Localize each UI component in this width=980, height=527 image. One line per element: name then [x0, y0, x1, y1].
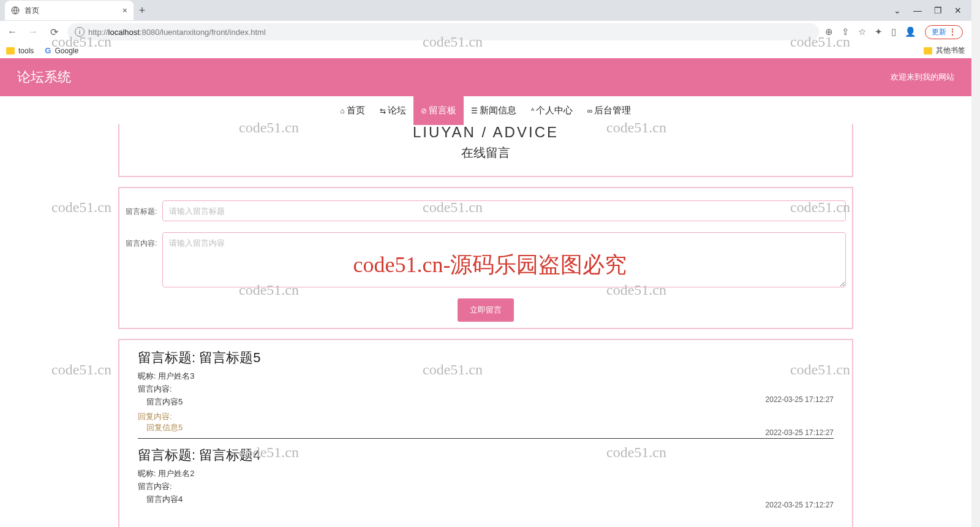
app-header: 论坛系统 欢迎来到我的网站 [0, 58, 971, 96]
back-icon[interactable]: ← [5, 25, 20, 39]
minimize-icon[interactable]: — [913, 6, 922, 15]
star-icon[interactable]: ☆ [858, 26, 866, 37]
tab-bar: 首页 × + ⌄ — ❐ ✕ [0, 0, 971, 21]
user-icon: ᴬ [531, 107, 534, 115]
update-button[interactable]: 更新⋮ [925, 25, 963, 39]
browser-chrome: 首页 × + ⌄ — ❐ ✕ ← → ⟳ i http://localhost:… [0, 0, 971, 58]
message-form-panel: 留言标题: 留言内容: 立即留言 [118, 187, 853, 329]
forum-icon: ⇆ [380, 107, 386, 115]
bookmark-google[interactable]: GGoogle [45, 46, 78, 55]
message-item: 留言标题: 留言标题5 昵称: 用户姓名3 留言内容: 留言内容5 回复内容: … [138, 349, 834, 439]
message-content-label: 留言内容: [138, 384, 834, 395]
message-nick: 昵称: 用户姓名2 [138, 468, 834, 479]
reply-value: 回复信息5 [138, 422, 834, 433]
bookmark-other[interactable]: 其他书签 [924, 45, 965, 56]
message-time: 2022-03-25 17:12:27 [766, 395, 834, 404]
globe-icon [11, 6, 20, 15]
close-window-icon[interactable]: ✕ [954, 6, 962, 15]
nav-message-board[interactable]: ⊘留言板 [413, 96, 464, 125]
section-header-panel: LIUYAN / ADVICE 在线留言 [118, 124, 853, 177]
message-time: 2022-03-25 17:12:27 [766, 501, 834, 509]
nav-bar: ⌂首页 ⇆论坛 ⊘留言板 ☰新闻信息 ᴬ个人中心 ∞后台管理 [0, 96, 971, 125]
profile-icon[interactable]: 👤 [905, 26, 916, 37]
close-icon[interactable]: × [123, 6, 127, 15]
bookmark-tools[interactable]: tools [6, 47, 34, 55]
share-icon[interactable]: ⇪ [842, 26, 850, 37]
folder-icon [6, 47, 15, 55]
folder-icon [924, 47, 932, 55]
new-tab-button[interactable]: + [134, 2, 151, 19]
message-item: 留言标题: 留言标题4 昵称: 用户姓名2 留言内容: 留言内容4 2022-0… [138, 446, 834, 512]
bookmark-bar: tools GGoogle 其他书签 [0, 43, 971, 58]
welcome-text: 欢迎来到我的网站 [891, 72, 954, 83]
main-content: LIUYAN / ADVICE 在线留言 留言标题: 留言内容: 立即留言 留言… [118, 124, 853, 527]
address-bar: ← → ⟳ i http://localhost:8080/luentanxit… [0, 21, 971, 43]
tag-icon: ⊘ [421, 107, 427, 115]
window-controls: ⌄ — ❐ ✕ [894, 0, 971, 21]
reload-icon[interactable]: ⟳ [47, 25, 61, 39]
submit-button[interactable]: 立即留言 [458, 298, 514, 322]
reply-label: 回复内容: [138, 411, 834, 422]
message-title: 留言标题: 留言标题5 [138, 349, 834, 367]
tab-title: 首页 [24, 6, 39, 16]
nav-home[interactable]: ⌂首页 [333, 96, 372, 125]
message-content-label: 留言内容: [138, 481, 834, 492]
nav-news[interactable]: ☰新闻信息 [464, 96, 524, 125]
zoom-icon[interactable]: ⊕ [825, 26, 833, 37]
link-icon: ∞ [587, 107, 593, 115]
nav-profile[interactable]: ᴬ个人中心 [524, 96, 580, 125]
title-label: 留言标题: [126, 200, 162, 217]
message-content-value: 留言内容4 [138, 494, 834, 505]
forward-icon[interactable]: → [26, 25, 40, 39]
messages-panel: 留言标题: 留言标题5 昵称: 用户姓名3 留言内容: 留言内容5 回复内容: … [118, 339, 853, 527]
url-input[interactable]: i http://localhost:8080/luentanxitong/fr… [67, 23, 819, 40]
title-input[interactable] [162, 200, 846, 221]
list-icon: ☰ [471, 107, 478, 115]
section-cn-title: 在线留言 [119, 145, 852, 161]
message-title: 留言标题: 留言标题4 [138, 446, 834, 464]
side-panel-icon[interactable]: ▯ [891, 26, 896, 37]
section-en-title: LIUYAN / ADVICE [119, 124, 852, 141]
home-icon: ⌂ [341, 107, 345, 115]
browser-tab[interactable]: 首页 × [5, 1, 134, 20]
site-info-icon[interactable]: i [75, 27, 85, 37]
reply-time: 2022-03-25 17:12:27 [766, 428, 834, 437]
message-nick: 昵称: 用户姓名3 [138, 371, 834, 382]
content-textarea[interactable] [162, 232, 846, 287]
chevron-down-icon[interactable]: ⌄ [894, 6, 901, 15]
extensions-icon[interactable]: ✦ [875, 26, 883, 37]
maximize-icon[interactable]: ❐ [934, 6, 942, 15]
nav-admin[interactable]: ∞后台管理 [580, 96, 639, 125]
nav-forum[interactable]: ⇆论坛 [372, 96, 413, 125]
content-label: 留言内容: [126, 232, 162, 249]
message-content-value: 留言内容5 [138, 396, 834, 408]
app-title: 论坛系统 [17, 68, 71, 86]
